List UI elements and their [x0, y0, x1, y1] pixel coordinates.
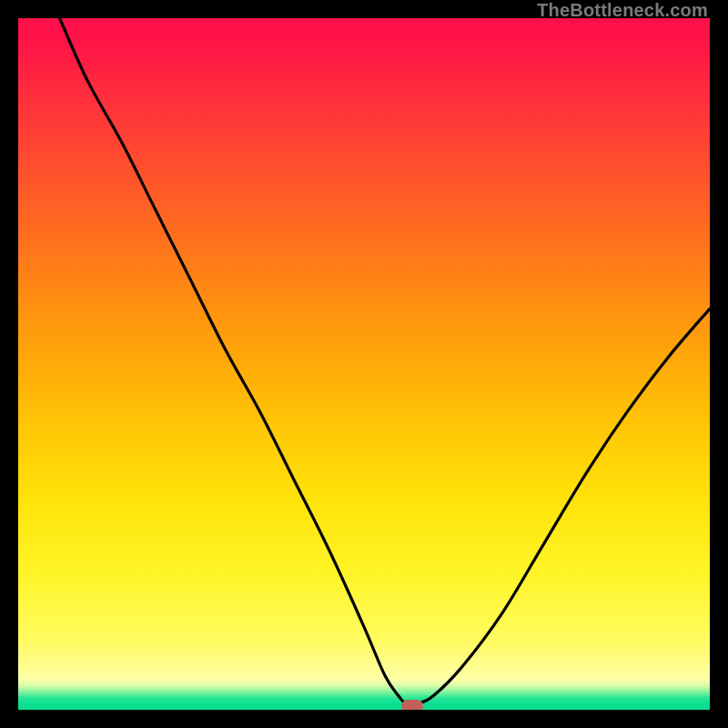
curve-svg: [18, 18, 710, 710]
optimum-marker: [401, 700, 423, 710]
bottleneck-curve-path: [60, 18, 710, 703]
plot-area: [18, 18, 710, 710]
chart-frame: TheBottleneck.com: [0, 0, 728, 728]
